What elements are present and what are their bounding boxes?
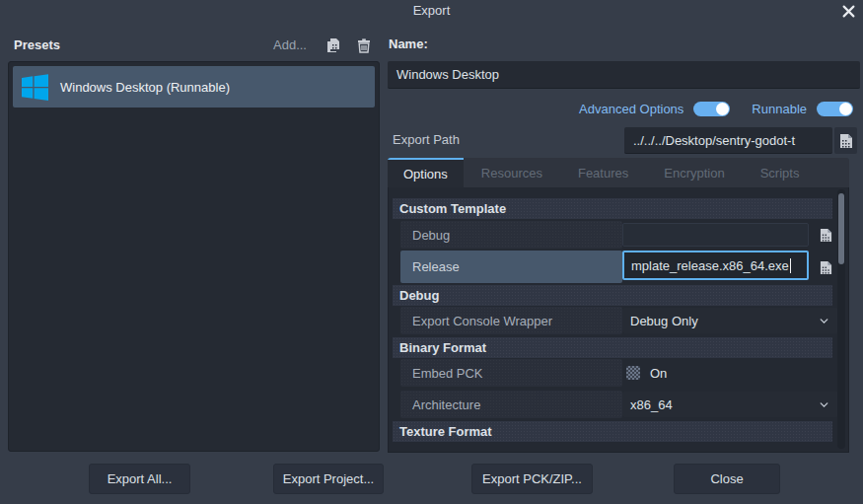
architecture-dropdown[interactable]: x86_64 xyxy=(622,392,838,417)
console-wrapper-dropdown[interactable]: Debug Only xyxy=(622,308,838,333)
debug-template-label: Debug xyxy=(400,221,622,249)
section-header-texture-format: Texture Format xyxy=(393,421,832,442)
release-template-value: mplate_release.x86_64.exe xyxy=(631,258,789,273)
option-row-custom-template-release: Release mplate_release.x86_64.exe xyxy=(393,251,832,283)
delete-preset-icon[interactable] xyxy=(355,36,373,54)
architecture-label: Architecture xyxy=(400,391,622,418)
option-row-architecture: Architecture x86_64 xyxy=(393,391,832,418)
section-header-custom-template: Custom Template xyxy=(393,198,832,219)
export-all-button[interactable]: Export All... xyxy=(89,464,190,494)
duplicate-preset-icon[interactable] xyxy=(324,36,342,54)
option-row-embed-pck: Embed PCK On xyxy=(393,359,832,387)
console-wrapper-value: Debug Only xyxy=(630,314,698,328)
option-row-custom-template-debug: Debug xyxy=(393,221,832,249)
export-pck-zip-button[interactable]: Export PCK/ZIP... xyxy=(471,464,593,494)
runnable-label: Runnable xyxy=(752,102,807,116)
dialog-title: Export xyxy=(0,3,863,18)
advanced-options-label: Advanced Options xyxy=(579,102,683,116)
export-path-browse-button[interactable] xyxy=(834,127,857,154)
tab-options[interactable]: Options xyxy=(388,158,464,187)
chevron-down-icon xyxy=(818,398,830,411)
embed-pck-checkbox[interactable] xyxy=(626,366,640,380)
toggle-knob xyxy=(839,103,852,115)
chevron-down-icon xyxy=(818,315,830,327)
export-path-value: ../../../Desktop/sentry-godot-t xyxy=(633,133,795,148)
add-preset-button[interactable]: Add... xyxy=(273,37,307,52)
options-panel: Custom Template Debug Release mplate_rel… xyxy=(388,187,849,453)
runnable-toggle[interactable] xyxy=(817,102,853,116)
architecture-value: x86_64 xyxy=(630,397,673,412)
name-label: Name: xyxy=(389,36,428,51)
toggle-knob xyxy=(716,103,729,115)
debug-template-browse-button[interactable] xyxy=(816,224,835,246)
embed-pck-value: On xyxy=(650,359,667,387)
tab-resources[interactable]: Resources xyxy=(464,158,560,187)
text-caret xyxy=(790,258,791,273)
release-template-label: Release xyxy=(400,251,622,283)
name-input[interactable]: Windows Desktop xyxy=(388,61,860,89)
tab-bar: Options Resources Features Encryption Sc… xyxy=(388,158,849,187)
close-icon[interactable] xyxy=(840,3,857,20)
options-scrollbar[interactable] xyxy=(837,189,845,449)
preset-item-label: Windows Desktop (Runnable) xyxy=(60,80,230,95)
tab-features[interactable]: Features xyxy=(560,158,646,187)
debug-template-input[interactable] xyxy=(622,223,809,247)
windows-logo-icon xyxy=(22,74,48,101)
release-template-input[interactable]: mplate_release.x86_64.exe xyxy=(622,251,809,280)
export-project-button[interactable]: Export Project... xyxy=(273,464,384,494)
tab-scripts[interactable]: Scripts xyxy=(743,158,818,187)
toggles-row: Advanced Options Runnable xyxy=(388,99,860,118)
advanced-options-toggle[interactable] xyxy=(693,102,730,116)
name-input-value: Windows Desktop xyxy=(396,67,499,82)
preset-item-windows-desktop[interactable]: Windows Desktop (Runnable) xyxy=(13,66,375,108)
section-header-debug: Debug xyxy=(393,285,832,306)
release-template-browse-button[interactable] xyxy=(816,256,835,278)
presets-list: Windows Desktop (Runnable) xyxy=(8,61,380,452)
close-button[interactable]: Close xyxy=(674,464,780,494)
embed-pck-label: Embed PCK xyxy=(400,359,622,387)
export-path-input[interactable]: ../../../Desktop/sentry-godot-t xyxy=(624,127,832,154)
tab-encryption[interactable]: Encryption xyxy=(646,158,742,187)
section-header-binary-format: Binary Format xyxy=(393,337,832,358)
presets-header: Presets xyxy=(14,37,60,52)
scrollbar-thumb[interactable] xyxy=(838,193,844,264)
console-wrapper-label: Export Console Wrapper xyxy=(400,307,622,334)
option-row-console-wrapper: Export Console Wrapper Debug Only xyxy=(393,307,832,334)
export-path-label: Export Path xyxy=(393,132,460,147)
